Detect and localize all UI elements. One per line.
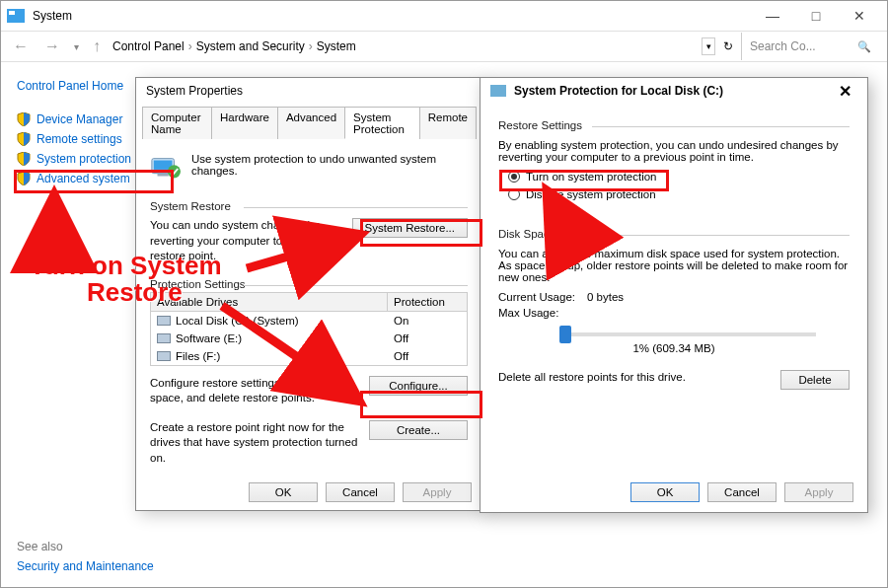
maximize-button[interactable]: □ bbox=[794, 2, 838, 30]
see-also-link[interactable]: Security and Maintenance bbox=[17, 559, 154, 573]
svg-point-3 bbox=[168, 165, 181, 178]
table-row[interactable]: Software (E:) Off bbox=[151, 330, 467, 347]
tab-system-protection[interactable]: System Protection bbox=[344, 107, 420, 139]
system-icon bbox=[7, 9, 25, 23]
forward-button[interactable]: → bbox=[40, 37, 64, 55]
radio-label: Disable system protection bbox=[526, 188, 656, 200]
breadcrumb-item[interactable]: System and Security bbox=[196, 39, 305, 53]
apply-button[interactable]: Apply bbox=[784, 482, 853, 502]
intro-text: Use system protection to undo unwanted s… bbox=[191, 153, 468, 177]
search-placeholder: Search Co... bbox=[750, 39, 816, 53]
dialog-title: System Properties bbox=[136, 78, 481, 104]
table-row[interactable]: Local Disk (C:) (System) On bbox=[151, 312, 467, 330]
drive-icon bbox=[157, 316, 171, 326]
group-system-restore: System Restore bbox=[150, 200, 468, 212]
sidebar-item-label: Advanced system bbox=[37, 172, 130, 185]
title-bar: System — □ ✕ bbox=[1, 1, 887, 31]
shield-icon bbox=[17, 112, 31, 126]
restore-description: You can undo system changes by reverting… bbox=[150, 218, 344, 264]
shield-icon bbox=[17, 132, 31, 146]
delete-button[interactable]: Delete bbox=[780, 370, 850, 390]
apply-button[interactable]: Apply bbox=[403, 482, 472, 502]
shield-icon bbox=[17, 152, 31, 166]
radio-icon bbox=[508, 188, 520, 200]
system-protection-icon bbox=[150, 153, 182, 183]
history-dropdown[interactable]: ▾ bbox=[72, 41, 81, 52]
sidebar-item-label: Remote settings bbox=[37, 132, 122, 146]
address-bar: ← → ▾ ↑ Control Panel› System and Securi… bbox=[1, 31, 887, 62]
group-restore-settings: Restore Settings bbox=[498, 119, 850, 131]
tab-advanced[interactable]: Advanced bbox=[277, 107, 345, 139]
shield-icon bbox=[17, 172, 31, 185]
ok-button[interactable]: OK bbox=[249, 482, 318, 502]
radio-turn-on[interactable]: Turn on system protection bbox=[508, 171, 850, 183]
breadcrumb[interactable]: Control Panel› System and Security› Syst… bbox=[112, 39, 694, 53]
tab-remote[interactable]: Remote bbox=[419, 107, 477, 139]
radio-icon bbox=[508, 171, 520, 183]
breadcrumb-item[interactable]: System bbox=[317, 39, 356, 53]
configure-description: Configure restore settings, manage disk … bbox=[150, 376, 361, 406]
address-dropdown[interactable]: ▾ bbox=[702, 37, 715, 55]
table-row[interactable]: Files (F:) Off bbox=[151, 347, 467, 365]
tab-strip: Computer Name Hardware Advanced System P… bbox=[142, 106, 476, 139]
drive-icon bbox=[157, 351, 171, 361]
max-usage-readout: 1% (609.34 MB) bbox=[498, 342, 850, 354]
see-also-label: See also bbox=[17, 540, 63, 553]
slider-thumb-icon[interactable] bbox=[559, 326, 571, 343]
window-title: System bbox=[33, 9, 751, 23]
system-properties-dialog: System Properties Computer Name Hardware… bbox=[135, 77, 482, 511]
breadcrumb-item[interactable]: Control Panel bbox=[112, 39, 185, 53]
sidebar-item-label: System protection bbox=[37, 152, 131, 166]
current-usage-value: 0 bytes bbox=[587, 291, 624, 303]
delete-description: Delete all restore points for this drive… bbox=[498, 370, 773, 386]
ok-button[interactable]: OK bbox=[630, 482, 700, 502]
svg-rect-2 bbox=[158, 174, 169, 177]
dialog-title-bar: System Protection for Local Disk (C:) ✕ bbox=[481, 78, 867, 104]
drives-table: Available Drives Protection Local Disk (… bbox=[150, 292, 468, 366]
refresh-button[interactable]: ↻ bbox=[723, 39, 733, 53]
tab-hardware[interactable]: Hardware bbox=[211, 107, 278, 139]
drive-icon bbox=[157, 333, 171, 343]
cancel-button[interactable]: Cancel bbox=[326, 482, 395, 502]
search-icon: 🔍 bbox=[857, 40, 871, 53]
close-button[interactable]: ✕ bbox=[833, 82, 857, 101]
tab-computer-name[interactable]: Computer Name bbox=[142, 107, 212, 139]
system-protection-disk-dialog: System Protection for Local Disk (C:) ✕ … bbox=[480, 77, 868, 513]
disk-space-description: You can adjust the maximum disk space us… bbox=[498, 248, 850, 283]
up-button[interactable]: ↑ bbox=[89, 37, 105, 55]
max-usage-label: Max Usage: bbox=[498, 307, 579, 319]
radio-disable[interactable]: Disable system protection bbox=[508, 188, 850, 200]
group-disk-space-usage: Disk Space Usage bbox=[498, 228, 850, 240]
max-usage-slider[interactable] bbox=[559, 332, 816, 336]
drives-header-name: Available Drives bbox=[151, 293, 388, 311]
restore-settings-description: By enabling system protection, you can u… bbox=[498, 139, 850, 163]
search-input[interactable]: Search Co... 🔍 bbox=[741, 33, 879, 60]
dialog-title-text: System Protection for Local Disk (C:) bbox=[514, 84, 723, 98]
current-usage-label: Current Usage: bbox=[498, 291, 579, 303]
minimize-button[interactable]: — bbox=[751, 2, 794, 30]
drive-icon bbox=[490, 85, 506, 97]
create-button[interactable]: Create... bbox=[369, 420, 468, 440]
drives-header-protection: Protection bbox=[388, 293, 467, 311]
create-description: Create a restore point right now for the… bbox=[150, 420, 361, 467]
system-restore-button[interactable]: System Restore... bbox=[352, 218, 468, 238]
configure-button[interactable]: Configure... bbox=[369, 376, 468, 396]
back-button[interactable]: ← bbox=[9, 37, 33, 55]
radio-label: Turn on system protection bbox=[526, 171, 657, 183]
group-protection-settings: Protection Settings bbox=[150, 278, 468, 290]
close-button[interactable]: ✕ bbox=[838, 2, 881, 30]
sidebar-item-label: Device Manager bbox=[37, 112, 122, 126]
cancel-button[interactable]: Cancel bbox=[707, 482, 777, 502]
